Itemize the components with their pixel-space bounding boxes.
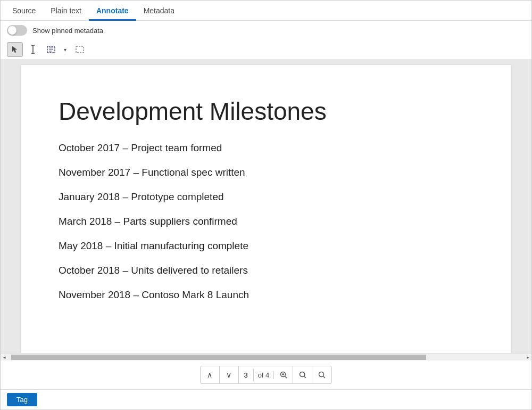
rect-icon — [76, 46, 84, 53]
milestone-3: January 2018 – Prototype completed — [59, 191, 468, 203]
prev-page-button[interactable]: ∧ — [201, 366, 220, 383]
tab-plain-text[interactable]: Plain text — [43, 2, 89, 21]
tag-button[interactable]: Tag — [7, 393, 37, 406]
document-title: Development Milestones — [59, 97, 468, 126]
tab-annotate[interactable]: Annotate — [89, 2, 136, 21]
annotation-toolbar: ▾ — [1, 40, 531, 60]
scroll-right-arrow[interactable]: ▸ — [524, 354, 531, 361]
horizontal-scrollbar[interactable]: ◂ ▸ — [1, 353, 531, 360]
tab-metadata[interactable]: Metadata — [136, 2, 182, 21]
toggle-knob — [8, 26, 16, 35]
tab-source[interactable]: Source — [5, 2, 43, 21]
zoom-in-icon — [280, 371, 287, 379]
svg-point-15 — [319, 372, 324, 377]
bottom-bar: Tag — [1, 389, 531, 409]
milestone-4: March 2018 – Parts suppliers confirmed — [59, 216, 468, 227]
text-tool-button[interactable] — [25, 42, 41, 57]
tab-bar: Source Plain text Annotate Metadata — [1, 1, 531, 21]
scroll-left-arrow[interactable]: ◂ — [1, 354, 8, 361]
zoom-in-button[interactable] — [274, 366, 293, 383]
text-cursor-icon — [30, 45, 36, 54]
cursor-icon — [11, 46, 19, 53]
document-scroll[interactable]: Development Milestones October 2017 – Pr… — [1, 60, 531, 353]
document-page: Development Milestones October 2017 – Pr… — [21, 65, 511, 353]
svg-marker-0 — [12, 46, 17, 53]
svg-rect-8 — [76, 46, 84, 53]
svg-line-12 — [285, 376, 287, 379]
zoom-reset-button[interactable] — [293, 366, 312, 383]
page-navigation-bar: ∧ ∨ of 4 — [1, 360, 531, 389]
content-area: Development Milestones October 2017 – Pr… — [1, 60, 531, 389]
region-tool-group: ▾ — [43, 42, 70, 57]
region-tool-dropdown[interactable]: ▾ — [60, 42, 70, 57]
milestone-2: November 2017 – Functional spec written — [59, 167, 468, 178]
page-number-input[interactable] — [239, 369, 254, 381]
milestone-6: October 2018 – Units delivered to retail… — [59, 265, 468, 276]
milestone-1: October 2017 – Project team formed — [59, 142, 468, 154]
milestone-7: November 2018 – Contoso Mark 8 Launch — [59, 289, 468, 301]
milestone-5: May 2018 – Initial manufacturing complet… — [59, 240, 468, 252]
pinned-metadata-bar: Show pinned metadata — [1, 21, 531, 40]
region-tool-button[interactable] — [43, 42, 59, 57]
h-scroll-thumb[interactable] — [11, 355, 426, 360]
next-page-button[interactable]: ∨ — [220, 366, 239, 383]
zoom-reset-icon — [299, 371, 306, 379]
svg-line-16 — [323, 376, 326, 379]
select-tool-button[interactable] — [7, 42, 23, 57]
pinned-metadata-label: Show pinned metadata — [32, 27, 103, 35]
region-icon — [47, 46, 55, 53]
nav-controls: ∧ ∨ of 4 — [200, 366, 332, 384]
rect-tool-button[interactable] — [72, 42, 88, 57]
svg-line-14 — [304, 376, 306, 379]
page-of-text: of 4 — [254, 371, 275, 379]
zoom-out-icon — [318, 371, 326, 379]
pinned-metadata-toggle[interactable] — [7, 25, 27, 36]
zoom-out-button[interactable] — [312, 366, 331, 383]
